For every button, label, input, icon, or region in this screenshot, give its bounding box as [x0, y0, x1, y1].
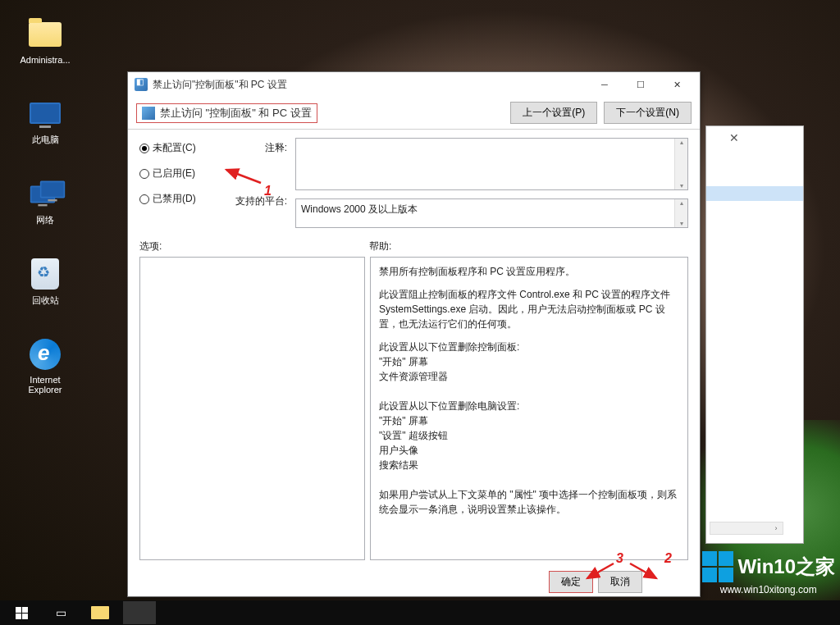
toolbar: 禁止访问 "控制面板" 和 PC 设置 上一个设置(P) 下一个设置(N)	[128, 97, 700, 130]
help-text: 文件资源管理器	[379, 369, 679, 384]
ie-icon	[30, 339, 61, 370]
close-icon[interactable]: ✕	[729, 131, 739, 144]
comment-textarea[interactable]: ▴▾	[295, 138, 688, 190]
help-label: 帮助:	[369, 240, 688, 253]
desktop-icon-this-pc[interactable]: 此电脑	[16, 95, 74, 146]
help-text: 如果用户尝试从上下文菜单的 "属性" 项中选择一个控制面板项，则系统会显示一条消…	[379, 487, 679, 517]
options-label: 选项:	[139, 240, 369, 253]
start-button[interactable]	[5, 601, 38, 624]
radio-label: 已启用(E)	[153, 167, 195, 180]
maximize-button[interactable]: ☐	[623, 75, 659, 94]
supported-label: 支持的平台:	[230, 194, 287, 208]
radio-enabled[interactable]: 已启用(E)	[139, 167, 221, 180]
desktop-icon-administrator[interactable]: Administra...	[16, 16, 74, 65]
desktop-icon-network[interactable]: 网络	[16, 176, 74, 226]
desktop-icon-label: 此电脑	[16, 134, 74, 146]
recycle-icon	[31, 258, 59, 290]
desktop-icon-label: Internet	[16, 375, 74, 385]
task-active-app[interactable]	[123, 601, 156, 624]
help-text: 搜索结果	[379, 458, 679, 472]
help-text: 此设置从以下位置删除控制面板:	[379, 340, 679, 354]
help-text: 此设置阻止控制面板的程序文件 Control.exe 和 PC 设置的程序文件 …	[379, 287, 679, 331]
supported-value: Windows 2000 及以上版本	[301, 203, 418, 215]
horizontal-scrollbar[interactable]: ›	[710, 522, 783, 535]
annotation-number-1: 1	[264, 184, 272, 198]
scroll-right-icon[interactable]: ›	[769, 522, 783, 534]
help-text: "设置" 超级按钮	[379, 428, 679, 443]
radio-dot-icon	[139, 169, 149, 179]
help-text: "开始" 屏幕	[379, 413, 679, 428]
radio-dot-icon	[139, 144, 149, 153]
vertical-scrollbar[interactable]: ▴▾	[674, 199, 687, 227]
desktop-icon-internet-explorer[interactable]: Internet Explorer	[16, 336, 74, 395]
desktop-icon-label: Explorer	[16, 385, 74, 395]
background-window[interactable]: ✕ ›	[705, 125, 804, 544]
ok-button[interactable]: 确定	[549, 571, 593, 593]
cancel-button[interactable]: 取消	[598, 571, 642, 593]
minimize-button[interactable]: ─	[587, 75, 623, 94]
desktop-icon-label: 网络	[16, 214, 74, 226]
next-setting-button[interactable]: 下一个设置(N)	[604, 102, 692, 124]
desktop-icon-recycle-bin[interactable]: 回收站	[16, 256, 74, 307]
folder-icon	[91, 606, 109, 619]
radio-label: 未配置(C)	[153, 141, 196, 155]
vertical-scrollbar[interactable]: ▴▾	[674, 139, 687, 189]
task-view-button[interactable]: ▭	[44, 601, 77, 624]
watermark-brand: Win10	[738, 555, 796, 577]
help-text: 禁用所有控制面板程序和 PC 设置应用程序。	[379, 264, 679, 279]
options-panel	[139, 257, 365, 560]
radio-not-configured[interactable]: 未配置(C)	[139, 141, 221, 155]
radio-dot-icon	[139, 194, 149, 204]
supported-on-field: Windows 2000 及以上版本 ▴▾	[295, 198, 688, 228]
annotation-number-3: 3	[616, 551, 623, 566]
watermark: Win10之家 www.win10xitong.com	[702, 551, 835, 595]
policy-icon	[142, 107, 155, 120]
previous-setting-button[interactable]: 上一个设置(P)	[510, 102, 597, 124]
watermark-suffix: 之家	[796, 555, 835, 577]
windows-logo-icon	[702, 551, 733, 582]
comment-label: 注释:	[230, 141, 287, 155]
help-text: "开始" 屏幕	[379, 354, 679, 369]
annotation-number-2: 2	[664, 551, 672, 566]
pc-icon	[30, 103, 61, 124]
titlebar[interactable]: 禁止访问"控制面板"和 PC 设置 ─ ☐ ✕	[128, 72, 700, 97]
taskbar[interactable]: ▭	[0, 600, 840, 625]
task-file-explorer[interactable]	[84, 601, 116, 624]
policy-name-highlight: 禁止访问 "控制面板" 和 PC 设置	[136, 103, 317, 123]
close-button[interactable]: ✕	[659, 75, 695, 94]
list-item-selected[interactable]	[706, 186, 803, 201]
radio-label: 已禁用(D)	[153, 192, 196, 206]
dialog-body: 未配置(C) 已启用(E) 已禁用(D) 注释: 支持的平台: ▴▾	[128, 130, 700, 567]
app-icon	[135, 78, 148, 91]
desktop-icon-label: 回收站	[16, 294, 74, 307]
desktop-icon-label: Administra...	[16, 55, 74, 65]
dialog-footer: 确定 取消	[128, 567, 700, 596]
window-title: 禁止访问"控制面板"和 PC 设置	[153, 78, 587, 92]
policy-dialog: 禁止访问"控制面板"和 PC 设置 ─ ☐ ✕ 禁止访问 "控制面板" 和 PC…	[127, 71, 701, 597]
policy-name: 禁止访问 "控制面板" 和 PC 设置	[160, 106, 312, 121]
watermark-url: www.win10xitong.com	[702, 584, 835, 595]
help-panel: 禁用所有控制面板程序和 PC 设置应用程序。 此设置阻止控制面板的程序文件 Co…	[370, 257, 688, 560]
help-text: 此设置从以下位置删除电脑设置:	[379, 399, 679, 413]
folder-icon	[29, 22, 62, 47]
help-text: 用户头像	[379, 443, 679, 458]
radio-disabled[interactable]: 已禁用(D)	[139, 192, 221, 206]
